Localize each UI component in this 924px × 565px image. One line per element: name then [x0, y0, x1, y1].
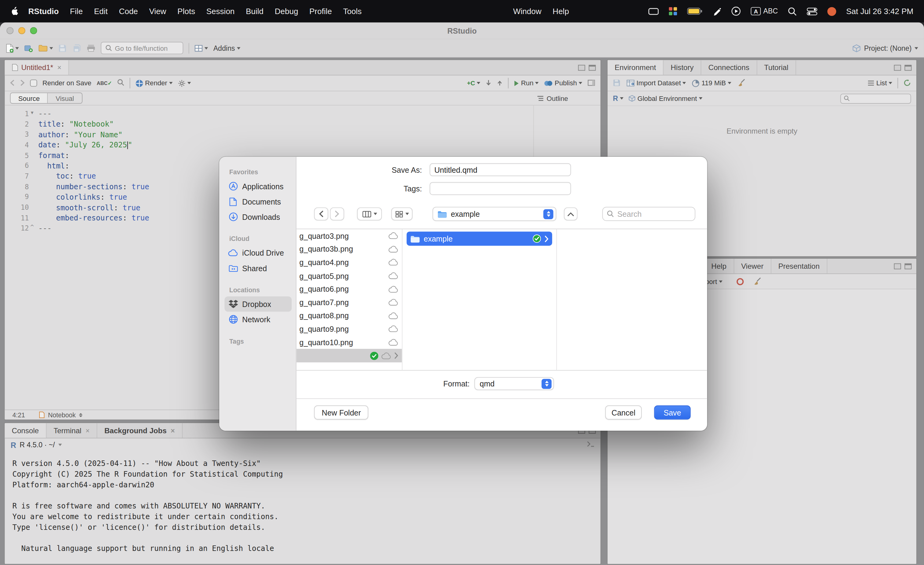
export-button[interactable]: port [705, 278, 723, 285]
tab-tutorial[interactable]: Tutorial [757, 60, 796, 75]
file-row[interactable]: g_quarto5.png [296, 269, 402, 283]
tab-background-jobs[interactable]: Background Jobs× [97, 423, 183, 438]
tab-viewer[interactable]: Viewer [734, 259, 771, 273]
forward-icon[interactable] [20, 79, 25, 87]
sidebar-item-dropbox[interactable]: Dropbox [224, 296, 292, 312]
tab-presentation[interactable]: Presentation [771, 259, 827, 273]
file-row[interactable]: g_quarto3.png [296, 229, 402, 243]
color-grid-icon[interactable] [669, 7, 677, 15]
cancel-button[interactable]: Cancel [605, 405, 642, 420]
new-folder-button[interactable]: New Folder [314, 405, 369, 420]
collapse-panel-button[interactable] [564, 207, 577, 220]
save-confirm-button[interactable]: Save [654, 405, 690, 420]
console-prompt-icon[interactable] [587, 441, 595, 449]
tab-help[interactable]: Help [704, 259, 734, 273]
tab-untitled1[interactable]: Untitled1* × [4, 60, 69, 75]
group-by-button[interactable] [392, 207, 412, 220]
environment-scope-selector[interactable]: Global Environment [628, 95, 702, 102]
find-replace-icon[interactable] [117, 79, 124, 87]
tab-terminal[interactable]: Terminal× [46, 423, 97, 438]
remove-plot-icon[interactable] [736, 278, 744, 285]
environment-search-field[interactable] [840, 93, 911, 103]
insert-chunk-button[interactable]: +C [467, 79, 480, 87]
play-circle-icon[interactable] [731, 6, 741, 16]
menu-profile[interactable]: Profile [309, 7, 332, 16]
run-next-icon[interactable] [497, 79, 502, 87]
refresh-icon[interactable] [903, 79, 911, 87]
minimize-window-button[interactable] [18, 27, 26, 34]
menu-tools[interactable]: Tools [343, 7, 362, 16]
document-outline-toggle-icon[interactable] [588, 79, 595, 87]
pane-layout-button[interactable] [195, 45, 208, 52]
close-tab-icon[interactable]: × [171, 426, 175, 435]
outline-button[interactable]: Outline [537, 94, 568, 102]
new-project-button[interactable] [24, 44, 33, 52]
file-row[interactable]: g_quarto6.png [296, 283, 402, 296]
menu-rstudio[interactable]: RStudio [28, 7, 59, 16]
close-window-button[interactable] [6, 27, 14, 34]
menubar-clock[interactable]: Sat Jul 26 3:42 PM [846, 7, 913, 16]
menu-build[interactable]: Build [246, 7, 264, 16]
memory-usage-button[interactable]: 119 MiB [692, 79, 731, 87]
open-file-button[interactable] [38, 44, 53, 52]
folder-path-dropdown[interactable]: example [433, 207, 556, 221]
publish-button[interactable]: Publish [544, 79, 582, 87]
sidebar-item-icloud-drive[interactable]: iCloud Drive [224, 245, 292, 261]
menu-file[interactable]: File [70, 7, 83, 16]
addins-button[interactable]: Addins [213, 44, 240, 52]
clear-plots-icon[interactable] [753, 277, 761, 286]
clear-objects-icon[interactable] [737, 78, 746, 88]
forward-button[interactable] [330, 207, 344, 220]
display-icon[interactable] [648, 7, 659, 15]
console-output[interactable]: R version 4.5.0 (2025-04-11) -- "How Abo… [4, 451, 600, 564]
r-version-label[interactable]: R 4.5.0 · ~/ [20, 441, 55, 449]
maximize-pane-icon[interactable] [904, 64, 912, 70]
tab-console[interactable]: Console [4, 423, 46, 438]
dialog-search-field[interactable] [602, 207, 696, 221]
minimize-pane-icon[interactable] [894, 64, 901, 70]
print-button[interactable] [87, 44, 95, 52]
sidebar-item-network[interactable]: Network [224, 312, 292, 327]
file-row[interactable]: g_quarto7.png [296, 296, 402, 309]
fold-arrow-icon[interactable]: ▾ [29, 109, 35, 118]
run-previous-icon[interactable] [486, 79, 491, 87]
menu-session[interactable]: Session [206, 7, 235, 16]
file-row[interactable]: g_quarto9.png [296, 322, 402, 336]
input-source-switcher[interactable]: A ABC [751, 7, 778, 15]
menu-window[interactable]: Window [513, 7, 542, 16]
mode-source[interactable]: Source [11, 93, 47, 103]
maximize-pane-icon[interactable] [904, 263, 912, 269]
menu-plots[interactable]: Plots [177, 7, 195, 16]
render-button[interactable]: Render [135, 79, 172, 87]
pen-icon[interactable] [713, 7, 722, 16]
menu-code[interactable]: Code [119, 7, 138, 16]
project-selector[interactable]: Project: (None) [852, 44, 918, 52]
list-view-button[interactable]: List [867, 79, 892, 87]
spotlight-search-icon[interactable] [788, 7, 797, 16]
import-dataset-button[interactable]: Import Dataset [627, 79, 686, 87]
tab-connections[interactable]: Connections [701, 60, 757, 75]
save-button[interactable] [58, 44, 67, 52]
render-on-save-checkbox[interactable] [30, 79, 37, 87]
apple-menu-icon[interactable] [11, 6, 18, 16]
maximize-pane-icon[interactable] [589, 64, 596, 70]
sidebar-item-applications[interactable]: Applications [224, 178, 292, 194]
mode-visual[interactable]: Visual [47, 93, 82, 103]
battery-icon[interactable] [687, 7, 703, 15]
document-type-selector[interactable]: Notebook [39, 411, 82, 418]
minimize-pane-icon[interactable] [578, 64, 585, 70]
menu-edit[interactable]: Edit [94, 7, 108, 16]
tags-input[interactable] [430, 182, 571, 195]
minimize-pane-icon[interactable] [894, 263, 901, 269]
goto-file-function-field[interactable]: Go to file/function [101, 42, 183, 54]
close-tab-icon[interactable]: × [86, 426, 90, 435]
control-center-icon[interactable] [807, 7, 817, 15]
run-button[interactable]: Run [514, 79, 539, 87]
menu-debug[interactable]: Debug [274, 7, 298, 16]
language-selector[interactable]: R [613, 94, 623, 102]
tab-history[interactable]: History [663, 60, 701, 75]
sidebar-item-documents[interactable]: Documents [224, 194, 292, 209]
tab-environment[interactable]: Environment [608, 60, 663, 75]
render-settings-button[interactable] [178, 79, 191, 87]
fold-arrow-icon[interactable]: ^ [29, 224, 35, 232]
